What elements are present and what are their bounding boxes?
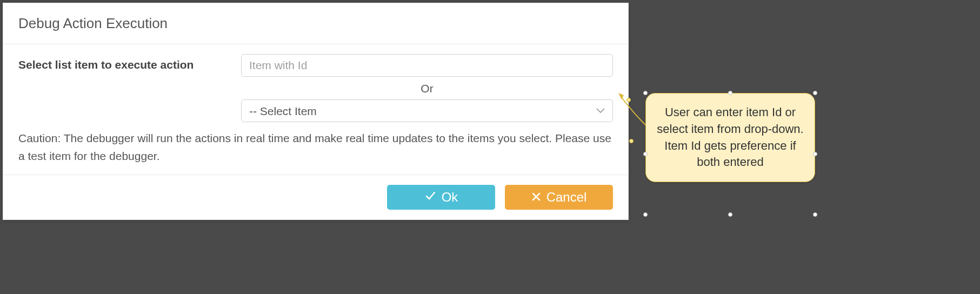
item-select-wrap: -- Select Item <box>241 99 613 122</box>
cancel-button-label: Cancel <box>546 190 587 205</box>
item-id-input[interactable] <box>241 54 613 77</box>
annotation-callout: User can enter item Id or select item fr… <box>645 93 815 182</box>
callout-text: User can enter item Id or select item fr… <box>657 105 803 169</box>
dialog-body: Select list item to execute action Or --… <box>3 44 628 175</box>
form-controls: Or -- Select Item <box>241 54 613 122</box>
selection-handle[interactable] <box>643 152 648 156</box>
dialog-title: Debug Action Execution <box>18 15 613 32</box>
debug-action-dialog: Debug Action Execution Select list item … <box>3 3 629 220</box>
item-select[interactable]: -- Select Item <box>241 99 613 122</box>
ok-button[interactable]: Ok <box>387 185 495 210</box>
selection-handle[interactable] <box>813 91 817 95</box>
selection-handle[interactable] <box>813 212 817 217</box>
selection-handle[interactable] <box>626 98 631 102</box>
dialog-header: Debug Action Execution <box>3 3 628 44</box>
selection-handle[interactable] <box>643 91 648 95</box>
selection-handle[interactable] <box>728 91 732 95</box>
selection-handle[interactable] <box>643 212 648 217</box>
check-icon <box>424 190 436 205</box>
caution-text: Caution: The debugger will run the actio… <box>18 130 613 165</box>
form-row: Select list item to execute action Or --… <box>18 54 613 122</box>
selection-handle[interactable] <box>629 139 634 143</box>
cancel-button[interactable]: Cancel <box>505 185 613 210</box>
form-label: Select list item to execute action <box>18 54 241 71</box>
selection-handle[interactable] <box>728 212 732 217</box>
close-icon <box>531 190 541 205</box>
or-separator: Or <box>241 77 613 99</box>
selection-handle[interactable] <box>813 152 817 156</box>
ok-button-label: Ok <box>442 190 458 205</box>
dialog-footer: Ok Cancel <box>3 175 628 219</box>
